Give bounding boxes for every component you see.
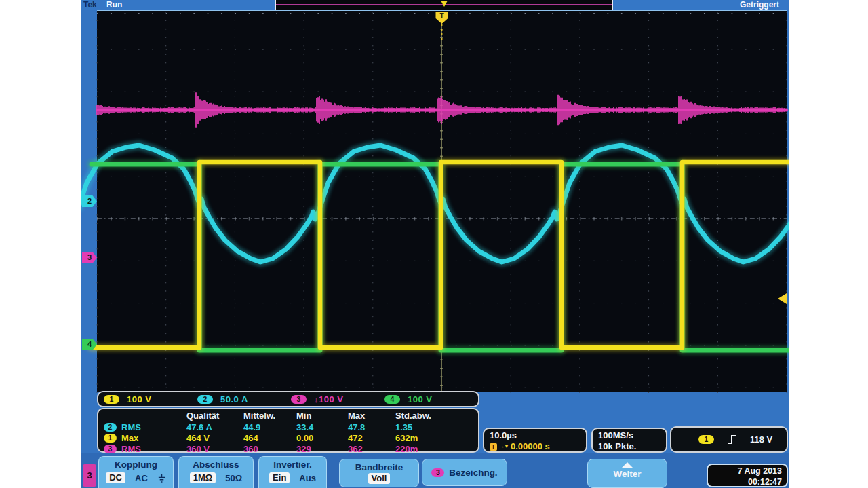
button-title: Invertier. xyxy=(259,457,326,470)
channel-3-badge[interactable]: 3 xyxy=(291,395,307,404)
invertier-button[interactable]: Invertier. Ein Aus xyxy=(258,456,327,488)
value-cell: 33.4 xyxy=(296,422,348,432)
value-cell: 472 xyxy=(348,433,395,443)
datetime-display: 7 Aug 2013 00:12:47 xyxy=(707,464,788,487)
oscilloscope-screen: Tek Run Getriggert T 2 3 4 1 100 V 2 xyxy=(81,0,789,488)
button-title: Bandbreite xyxy=(340,459,418,473)
svg-text:T: T xyxy=(439,12,443,20)
channel-3-marker[interactable]: 3 xyxy=(82,252,97,263)
channel-2-readout[interactable]: 2 50.0 A xyxy=(197,394,291,405)
channel-1-readout[interactable]: 1 100 V xyxy=(104,394,197,405)
button-title: Weiter xyxy=(588,469,667,479)
button-title: Bezeichng. xyxy=(449,468,497,478)
col-qualitaet: Qualität xyxy=(186,411,243,421)
kopplung-button[interactable]: Kopplung DC AC xyxy=(98,456,174,488)
bottom-menu-bar: 3 Kopplung DC AC Abschluss 1MΩ 50Ω xyxy=(81,453,789,488)
option-1mohm[interactable]: 1MΩ xyxy=(190,472,216,483)
value-cell: 0.00 xyxy=(296,433,348,443)
trigger-position-icon: T xyxy=(490,443,497,451)
button-title: Kopplung xyxy=(99,457,173,470)
option-aus[interactable]: Aus xyxy=(299,473,316,483)
option-ac[interactable]: AC xyxy=(135,473,148,483)
channel-1-badge[interactable]: 1 xyxy=(104,395,119,404)
value-cell: 329 xyxy=(296,444,348,454)
abschluss-button[interactable]: Abschluss 1MΩ 50Ω xyxy=(178,456,254,488)
ground-coupling-icon[interactable] xyxy=(157,474,166,483)
trigger-position-icon[interactable] xyxy=(441,1,448,7)
value-cell: 44.9 xyxy=(243,422,296,432)
measurement-row-ch1: 1Max 464 V 464 0.00 472 632m xyxy=(98,432,478,443)
option-50ohm[interactable]: 50Ω xyxy=(225,473,242,483)
trigger-level: 118 V xyxy=(750,434,772,445)
trigger-status: Getriggert xyxy=(740,0,779,10)
value-cell: 464 V xyxy=(186,433,243,443)
value-cell: 464 xyxy=(243,433,296,443)
date: 7 Aug 2013 xyxy=(708,466,782,476)
option-dc[interactable]: DC xyxy=(106,472,125,483)
record-view[interactable] xyxy=(275,0,613,10)
measurement-name: Max xyxy=(121,433,138,443)
value-cell: 1.35 xyxy=(395,422,473,432)
graticule-area: T xyxy=(97,10,787,392)
value-cell: 360 xyxy=(243,444,296,454)
col-mittelw: Mittelw. xyxy=(243,411,296,421)
up-arrow-icon xyxy=(621,462,633,468)
horizontal-readout[interactable]: 10.0µs T →▼ 0.00000 s xyxy=(483,428,587,453)
weiter-button[interactable]: Weiter xyxy=(587,459,667,488)
measurement-table: Qualität Mittelw. Min Max Std.abw. 2RMS … xyxy=(97,408,479,453)
measurement-name: RMS xyxy=(121,444,141,454)
horizontal-position: 0.00000 s xyxy=(511,441,550,452)
trigger-level-arrow-icon[interactable] xyxy=(778,293,787,304)
channel-readout-bar: 1 100 V 2 50.0 A 3 ↓100 V 4 100 V xyxy=(97,391,479,407)
col-max: Max xyxy=(348,411,395,421)
bandbreite-button[interactable]: Bandbreite Voll xyxy=(339,459,419,487)
screenshot-canvas: Tek Run Getriggert T 2 3 4 1 100 V 2 xyxy=(0,0,868,488)
channel-3-scale: ↓100 V xyxy=(314,394,343,405)
channel-2-badge[interactable]: 2 xyxy=(197,395,213,404)
trigger-readout[interactable]: 1 118 V xyxy=(670,426,788,453)
col-stdabw: Std.abw. xyxy=(395,411,473,421)
channel-2-marker[interactable]: 2 xyxy=(82,195,97,207)
ch2-badge: 2 xyxy=(104,423,117,432)
value-cell: 47.8 xyxy=(348,422,395,432)
tek-logo: Tek xyxy=(83,0,97,10)
acquisition-readout[interactable]: 100MS/s 10k Pkte. xyxy=(591,428,667,453)
channel-1-scale: 100 V xyxy=(127,394,151,405)
bezeichnung-button[interactable]: 3 Bezeichng. xyxy=(422,459,507,486)
channel-3-readout[interactable]: 3 ↓100 V xyxy=(291,394,384,405)
value-cell: 632m xyxy=(395,433,473,443)
option-voll[interactable]: Voll xyxy=(368,473,391,484)
measurement-name: RMS xyxy=(121,422,141,432)
value-cell: 220m xyxy=(395,444,473,454)
measurement-header-row: Qualität Mittelw. Min Max Std.abw. xyxy=(98,410,478,421)
channel-4-scale: 100 V xyxy=(408,394,432,405)
time-per-div: 10.0µs xyxy=(490,430,580,441)
rising-edge-icon xyxy=(728,434,736,445)
channel-4-readout[interactable]: 4 100 V xyxy=(384,394,478,405)
value-cell: 360 V xyxy=(186,444,243,454)
status-bar: Tek Run Getriggert xyxy=(81,0,789,10)
button-title: Abschluss xyxy=(179,457,253,470)
acquisition-state: Run xyxy=(106,0,122,10)
measurement-row-ch3: 3RMS 360 V 360 329 362 220m xyxy=(98,443,478,454)
ch1-badge: 1 xyxy=(104,434,117,443)
channel-3-badge: 3 xyxy=(431,468,444,477)
channel-2-scale: 50.0 A xyxy=(220,394,248,405)
col-min: Min xyxy=(296,411,348,421)
position-arrows-icon: →▼ xyxy=(499,441,509,452)
ch3-badge: 3 xyxy=(104,445,117,453)
sample-rate: 100MS/s xyxy=(598,430,660,441)
trigger-source-badge: 1 xyxy=(698,435,714,444)
time: 00:12:47 xyxy=(708,476,782,487)
value-cell: 362 xyxy=(348,444,395,454)
waveform-display: T xyxy=(97,12,787,393)
channel-3-menu-tab[interactable]: 3 xyxy=(83,464,96,487)
option-ein[interactable]: Ein xyxy=(269,472,290,483)
channel-4-badge[interactable]: 4 xyxy=(384,395,400,404)
record-length: 10k Pkte. xyxy=(598,441,660,452)
value-cell: 47.6 A xyxy=(186,422,243,432)
measurement-row-ch2: 2RMS 47.6 A 44.9 33.4 47.8 1.35 xyxy=(98,421,478,432)
